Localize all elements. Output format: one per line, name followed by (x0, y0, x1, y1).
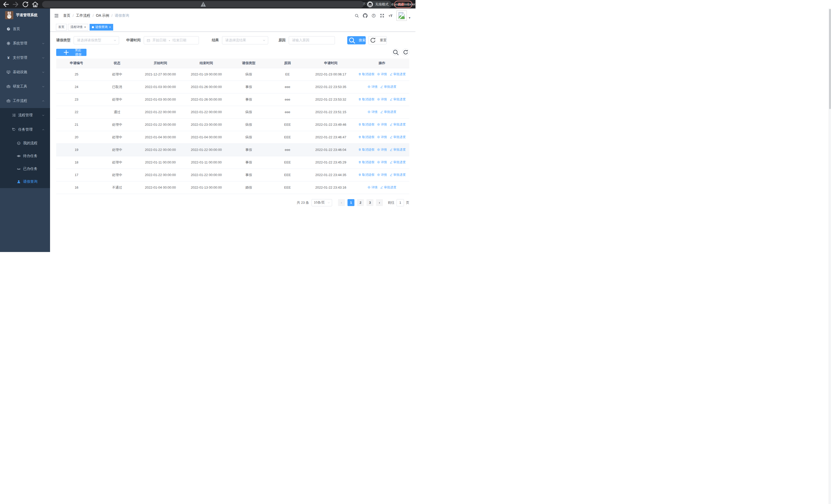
search-button[interactable]: 搜索 (347, 36, 366, 45)
cell-start: 2022-01-04 00:00:00 (137, 131, 183, 144)
leave-type-select[interactable]: 请选择请假类型 (74, 36, 119, 45)
approval-progress-link[interactable]: 审批进度 (390, 160, 406, 165)
table-row[interactable]: 21处理中2022-01-22 00:00:002022-01-23 00:00… (56, 118, 409, 131)
forward-button[interactable] (12, 1, 20, 8)
detail-link[interactable]: 详情 (377, 173, 387, 177)
tab-home[interactable]: 首页 (56, 24, 67, 31)
approval-progress-link[interactable]: 审批进度 (390, 135, 406, 139)
approval-progress-link[interactable]: 审批进度 (390, 97, 406, 101)
table-row[interactable]: 17处理中2022-01-22 00:00:002022-01-22 00:00… (56, 169, 409, 181)
sidebar-item-task-mgmt[interactable]: 任务管理 (0, 122, 50, 137)
cell-type: 事假 (229, 169, 268, 181)
reload-button[interactable] (22, 1, 29, 8)
next-page-button[interactable]: › (376, 199, 383, 206)
table-row[interactable]: 25处理中2021-12-27 00:00:002022-01-19 00:00… (56, 68, 409, 81)
close-icon[interactable]: × (109, 26, 111, 29)
close-icon[interactable]: × (84, 26, 86, 29)
create-leave-button[interactable]: 发起请假 (56, 49, 86, 56)
approval-progress-link[interactable]: 审批进度 (380, 110, 396, 114)
cell-applied: 2022-01-22 23:53:32 (307, 93, 355, 106)
detail-link[interactable]: 详情 (377, 135, 387, 139)
sidebar-item-my-process[interactable]: 我的流程 (0, 137, 50, 150)
back-button[interactable] (2, 1, 10, 8)
cancel-leave-link[interactable]: 取消请假 (358, 122, 374, 127)
reason-input[interactable]: 请输入原因 (289, 36, 335, 45)
sidebar-item-process-mgmt[interactable]: 流程管理 (0, 108, 50, 122)
cell-status: 不通过 (97, 181, 137, 194)
help-icon[interactable]: ? (371, 13, 376, 18)
cancel-leave-link[interactable]: 取消请假 (358, 148, 374, 152)
table-row[interactable]: 23处理中2022-01-03 00:00:002022-01-26 00:00… (56, 93, 409, 106)
end-date-input[interactable]: 结束日期 (172, 38, 186, 42)
approval-progress-link[interactable]: 审批进度 (380, 185, 396, 190)
approval-progress-link[interactable]: 审批进度 (390, 122, 406, 127)
table-toolbar: 发起请假 (56, 49, 409, 56)
browser-menu-icon[interactable]: ⋮ (406, 2, 410, 7)
detail-link[interactable]: 详情 (377, 148, 387, 152)
sidebar-item-system[interactable]: 系统管理 (0, 36, 50, 51)
detail-link[interactable]: 详情 (377, 122, 387, 127)
sidebar-item-devtools[interactable]: 研发工具 (0, 79, 50, 94)
prev-page-button[interactable]: ‹ (338, 199, 345, 206)
address-bar[interactable]: 不安全 dashboard.yudao.iocoder.cn /bpm/oa/l… (42, 1, 364, 8)
detail-link[interactable]: 详情 (377, 160, 387, 165)
sidebar-item-todo-tasks[interactable]: 待办任务 (0, 150, 50, 162)
sidebar-item-home[interactable]: 首页 (0, 22, 50, 36)
sidebar-item-infra[interactable]: 基础设施 (0, 65, 50, 79)
detail-link[interactable]: 详情 (377, 97, 387, 101)
sidebar-item-payment[interactable]: ¥支付管理 (0, 51, 50, 65)
detail-link[interactable]: 详情 (368, 185, 377, 190)
user-menu-caret-icon[interactable]: ▼ (408, 17, 411, 19)
table-row[interactable]: 18处理中2022-01-11 00:00:002022-01-11 00:00… (56, 156, 409, 169)
approval-progress-link[interactable]: 审批进度 (380, 85, 396, 89)
font-size-icon[interactable]: TT (388, 13, 393, 18)
tab-leave-query[interactable]: 请假查询× (90, 24, 113, 31)
table-row[interactable]: 22通过2022-01-22 00:00:002022-01-22 00:00:… (56, 106, 409, 118)
home-button[interactable] (31, 1, 39, 8)
table-row[interactable]: 20处理中2022-01-04 00:00:002022-01-04 00:00… (56, 131, 409, 144)
cancel-leave-link[interactable]: 取消请假 (358, 160, 374, 165)
approval-progress-link[interactable]: 审批进度 (390, 72, 406, 77)
detail-link[interactable]: 详情 (377, 72, 387, 77)
breadcrumb-item[interactable]: OA 示例 (96, 13, 109, 18)
page-button-1[interactable]: 1 (347, 199, 354, 206)
reset-button[interactable]: 重置 (368, 36, 387, 45)
avatar[interactable] (397, 10, 407, 21)
sidebar-item-leave-query[interactable]: 请假查询 (0, 175, 50, 188)
cancel-leave-link[interactable]: 取消请假 (358, 97, 374, 101)
fullscreen-icon[interactable] (380, 13, 384, 18)
sidebar-item-done-tasks[interactable]: 已办任务 (0, 162, 50, 175)
update-button[interactable]: 更新 ⋮ (394, 1, 412, 8)
toggle-search-button[interactable] (392, 49, 399, 56)
detail-link[interactable]: 详情 (368, 85, 377, 89)
cancel-leave-link[interactable]: 取消请假 (358, 135, 374, 139)
goto-page-input[interactable] (397, 199, 404, 206)
approval-progress-link[interactable]: 审批进度 (390, 173, 406, 177)
table-row[interactable]: 16不通过2022-01-04 00:00:002022-01-13 00:00… (56, 181, 409, 194)
detail-link[interactable]: 详情 (368, 110, 377, 114)
breadcrumb-item[interactable]: 首页 (63, 13, 70, 18)
sidebar-collapse-button[interactable] (54, 13, 59, 18)
sidebar-item-workflow[interactable]: 工作流程 (0, 94, 50, 108)
refresh-table-button[interactable] (402, 49, 409, 56)
github-icon[interactable] (363, 13, 368, 18)
page-button-2[interactable]: 2 (357, 199, 364, 206)
date-range-picker[interactable]: 开始日期 - 结束日期 (144, 36, 199, 45)
start-date-input[interactable]: 开始日期 (152, 38, 166, 42)
breadcrumb-item[interactable]: 工作流程 (76, 13, 90, 18)
result-select[interactable]: 请选择流结果 (222, 36, 268, 45)
app-title: 芋道管理系统 (16, 13, 37, 18)
app-logo[interactable]: 芋道管理系统 (0, 8, 50, 22)
page-size-select[interactable]: 10条/页 (312, 199, 332, 206)
table-row[interactable]: 19处理中2022-01-22 00:00:002022-01-22 00:00… (56, 144, 409, 156)
cell-type: 婚假 (229, 181, 268, 194)
search-icon (347, 36, 357, 44)
search-icon[interactable] (354, 13, 359, 18)
tab-process-detail[interactable]: 流程详情× (68, 24, 88, 31)
cancel-leave-link[interactable]: 取消请假 (358, 173, 374, 177)
approval-progress-link[interactable]: 审批进度 (390, 148, 406, 152)
result-label: 结果 (212, 38, 219, 42)
page-button-3[interactable]: 3 (367, 199, 373, 206)
cancel-leave-link[interactable]: 取消请假 (358, 72, 374, 77)
table-row[interactable]: 24已取消2022-01-03 00:00:002022-01-26 00:00… (56, 81, 409, 93)
